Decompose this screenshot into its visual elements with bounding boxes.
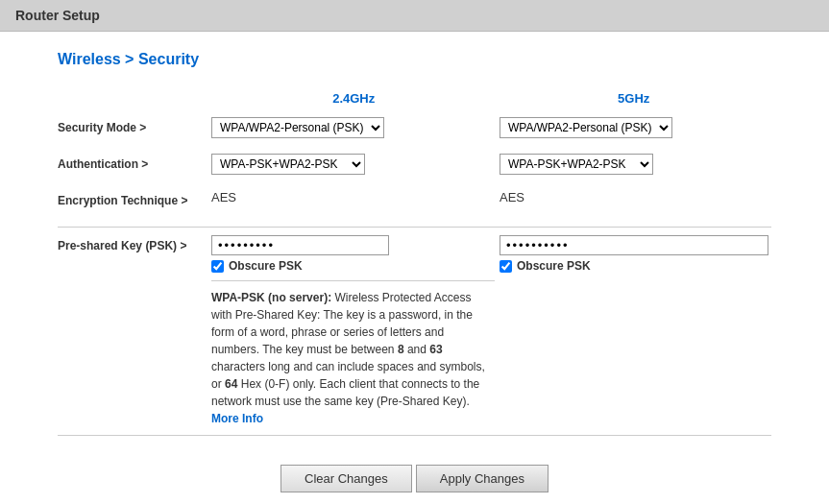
security-mode-label: Security Mode > [58, 117, 211, 134]
obscure-24ghz-label: Obscure PSK [229, 259, 303, 273]
psk-fields: Obscure PSK WPA-PSK (no server): Wireles… [211, 235, 778, 427]
psk-label: Pre-shared Key (PSK) > [58, 235, 211, 252]
heading-wireless: Wireless [58, 51, 121, 67]
encryption-24ghz-value: AES [211, 186, 236, 204]
authentication-row: Authentication > WPA-PSK+WPA2-PSK WPA-PS… [58, 154, 771, 180]
info-bold3: 64 [225, 377, 237, 391]
obscure-5ghz-row: Obscure PSK [500, 259, 778, 273]
info-bold-label: WPA-PSK (no server): [211, 291, 331, 304]
psk-row: Pre-shared Key (PSK) > Obscure PSK WPA-P… [58, 227, 771, 436]
info-box: WPA-PSK (no server): Wireless Protected … [211, 280, 495, 427]
authentication-24ghz-field: WPA-PSK+WPA2-PSK WPA-PSK WPA2-PSK [211, 154, 500, 175]
info-bold1: 8 [398, 343, 404, 356]
obscure-5ghz-checkbox[interactable] [500, 260, 512, 273]
col-header-24ghz: 2.4GHz [211, 91, 496, 106]
psk-5ghz-field: Obscure PSK [500, 235, 778, 427]
authentication-5ghz-select[interactable]: WPA-PSK+WPA2-PSK WPA-PSK WPA2-PSK [500, 154, 653, 175]
security-mode-5ghz-field: WPA/WPA2-Personal (PSK) WEP WPA-Personal… [500, 117, 778, 138]
encryption-fields: AES AES [211, 190, 778, 204]
security-mode-24ghz-field: WPA/WPA2-Personal (PSK) WEP WPA-Personal… [211, 117, 500, 138]
info-text4: Hex (0-F) only. Each client that connect… [211, 377, 479, 408]
info-text2: and [404, 343, 430, 356]
obscure-5ghz-label: Obscure PSK [517, 259, 591, 273]
encryption-5ghz-field: AES [500, 190, 778, 204]
main-content: Wireless > Security 2.4GHz 5GHz Security… [0, 32, 829, 504]
psk-24ghz-input[interactable] [211, 235, 389, 255]
heading-security: Security [138, 51, 199, 67]
encryption-5ghz-value: AES [500, 186, 524, 204]
button-row: Clear Changes Apply Changes [58, 465, 771, 504]
security-mode-row: Security Mode > WPA/WPA2-Personal (PSK) … [58, 117, 771, 144]
obscure-24ghz-row: Obscure PSK [211, 259, 500, 273]
clear-changes-button[interactable]: Clear Changes [280, 465, 412, 492]
info-bold2: 63 [429, 343, 442, 356]
authentication-5ghz-field: WPA-PSK+WPA2-PSK WPA-PSK WPA2-PSK [500, 154, 778, 175]
title-text: Router Setup [15, 8, 100, 23]
security-mode-24ghz-select[interactable]: WPA/WPA2-Personal (PSK) WEP WPA-Personal… [211, 117, 384, 138]
psk-5ghz-input[interactable] [500, 235, 768, 255]
encryption-row: Encryption Technique > AES AES [58, 190, 771, 217]
authentication-label: Authentication > [58, 154, 211, 171]
encryption-24ghz-field: AES [211, 190, 500, 204]
page-heading: Wireless > Security [58, 51, 771, 68]
authentication-fields: WPA-PSK+WPA2-PSK WPA-PSK WPA2-PSK WPA-PS… [211, 154, 778, 175]
obscure-24ghz-checkbox[interactable] [211, 260, 224, 273]
authentication-24ghz-select[interactable]: WPA-PSK+WPA2-PSK WPA-PSK WPA2-PSK [211, 154, 365, 175]
heading-separator: > [121, 51, 138, 67]
psk-24ghz-field: Obscure PSK WPA-PSK (no server): Wireles… [211, 235, 500, 427]
security-mode-fields: WPA/WPA2-Personal (PSK) WEP WPA-Personal… [211, 117, 778, 138]
apply-changes-button[interactable]: Apply Changes [416, 465, 549, 492]
security-mode-5ghz-select[interactable]: WPA/WPA2-Personal (PSK) WEP WPA-Personal… [500, 117, 672, 138]
encryption-label: Encryption Technique > [58, 190, 211, 207]
title-bar: Router Setup [0, 0, 829, 32]
column-headers: 2.4GHz 5GHz [211, 91, 771, 106]
col-header-5ghz: 5GHz [496, 91, 771, 106]
more-info-link[interactable]: More Info [211, 412, 263, 425]
